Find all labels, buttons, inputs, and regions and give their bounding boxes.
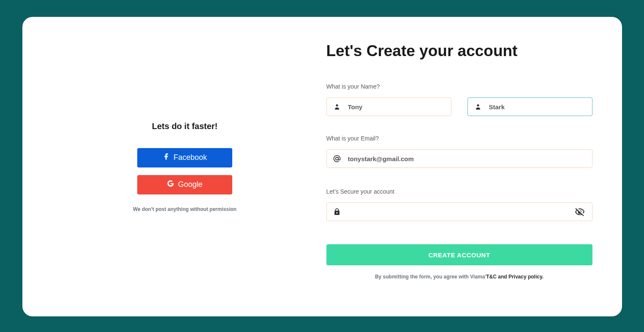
- page-title: Let's Create your account: [326, 42, 592, 60]
- person-icon: [474, 103, 482, 111]
- last-name-input[interactable]: [467, 97, 592, 116]
- terms-link[interactable]: T&C and Privacy policy.: [486, 274, 543, 280]
- google-icon: [167, 180, 174, 189]
- terms-text: By submitting the form, you agree with V…: [326, 274, 592, 280]
- last-name-wrapper: [467, 97, 592, 116]
- first-name-wrapper: [326, 97, 451, 116]
- visibility-off-icon[interactable]: [575, 207, 585, 217]
- first-name-input[interactable]: [326, 97, 451, 116]
- facebook-button[interactable]: Facebook: [137, 148, 232, 167]
- social-login-panel: Lets do it faster! Facebook Google We do…: [52, 42, 318, 291]
- email-wrapper: [326, 149, 592, 168]
- social-title: Lets do it faster!: [152, 121, 218, 131]
- email-input[interactable]: [326, 149, 592, 168]
- terms-prefix: By submitting the form, you agree with V…: [375, 274, 486, 280]
- signup-card: Lets do it faster! Facebook Google We do…: [22, 17, 622, 316]
- name-label: What is your Name?: [326, 83, 592, 90]
- facebook-icon: [163, 153, 170, 162]
- at-icon: [333, 154, 341, 163]
- name-row: [326, 97, 592, 116]
- svg-point-0: [336, 104, 338, 106]
- social-disclaimer: We don't post anything without permissio…: [133, 206, 236, 212]
- password-wrapper: [326, 202, 592, 221]
- lock-icon: [333, 208, 341, 216]
- password-input[interactable]: [326, 202, 592, 221]
- person-icon: [333, 103, 341, 111]
- google-label: Google: [178, 180, 202, 189]
- signup-form-panel: Let's Create your account What is your N…: [318, 42, 592, 291]
- email-section: What is your Email?: [326, 135, 592, 168]
- svg-point-1: [477, 104, 479, 106]
- facebook-label: Facebook: [174, 153, 207, 162]
- google-button[interactable]: Google: [137, 175, 232, 194]
- password-label: Let's Secure your account: [326, 188, 592, 195]
- create-account-button[interactable]: CREATE ACCOUNT: [326, 244, 592, 265]
- email-label: What is your Email?: [326, 135, 592, 142]
- password-section: Let's Secure your account: [326, 188, 592, 221]
